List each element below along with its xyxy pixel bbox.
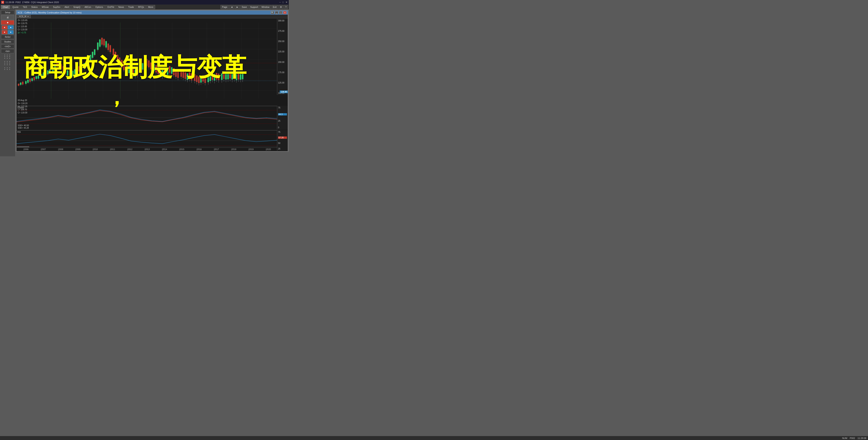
menu-trade[interactable]: Trade <box>126 5 136 9</box>
chart-search-icon[interactable]: 🔍 <box>271 11 274 14</box>
stoch-ssk: SSK= 44.28 <box>18 127 29 129</box>
svg-rect-49 <box>47 70 49 74</box>
studies-button[interactable]: Studies <box>1 40 14 44</box>
svg-rect-37 <box>34 77 35 80</box>
menu-prev[interactable]: ◄ <box>229 5 234 9</box>
price-axis: 300.00 275.00 250.00 225.00 200.00 175.0… <box>277 19 288 95</box>
menu-help[interactable]: ? <box>284 5 288 9</box>
menu-ts[interactable]: T&S <box>21 5 29 9</box>
date-axis: |2006 |2007 |2008 |2009 |2010 |2011 |201… <box>17 148 277 151</box>
svg-rect-149 <box>160 69 161 75</box>
stoch-chart <box>17 106 277 129</box>
rsi-current-value: 57.26 <box>278 136 287 139</box>
menu-exit[interactable]: Exit <box>272 5 278 9</box>
print-icon[interactable]: 🖨 <box>1 15 14 20</box>
svg-rect-35 <box>32 78 33 81</box>
menu-alert[interactable]: Alert <box>63 5 71 9</box>
menu-support[interactable]: Support <box>249 5 260 9</box>
menu-mscan[interactable]: MScan <box>40 5 51 9</box>
sidebar-blue-btn-2[interactable]: ■ <box>8 30 13 34</box>
svg-rect-79 <box>81 65 82 70</box>
main-chart[interactable] <box>17 23 277 99</box>
close-button[interactable]: ✕ <box>285 1 287 4</box>
ohlc-high: H= 119.75 <box>18 22 27 25</box>
menu-rfqs[interactable]: RFQs <box>136 5 146 9</box>
menu-more[interactable]: More <box>146 5 155 9</box>
svg-rect-125 <box>133 68 134 75</box>
candle-group-2016 <box>167 66 179 80</box>
sidebar-red-btn-2[interactable]: ■ <box>2 30 7 34</box>
svg-rect-181 <box>196 76 197 82</box>
svg-rect-171 <box>185 72 186 79</box>
svg-rect-55 <box>55 64 56 69</box>
svg-rect-29 <box>25 81 26 84</box>
chart-min-btn[interactable]: _ <box>275 11 278 14</box>
menu-snapq[interactable]: SnapQ <box>71 5 82 9</box>
bar-high: H= 127.25 <box>18 105 27 108</box>
svg-rect-127 <box>135 70 136 76</box>
bar-close: C= 119.30 <box>18 111 27 114</box>
rescale-button[interactable]: ReScl <box>1 35 14 39</box>
chart-close-btn[interactable]: ✕ <box>283 11 286 14</box>
list-button[interactable]: <list> <box>1 49 14 53</box>
price-125: 125.00 <box>278 82 287 84</box>
price-250: 250.00 <box>278 40 287 42</box>
svg-rect-113 <box>119 58 120 65</box>
svg-rect-101 <box>105 41 106 48</box>
svg-rect-123 <box>131 67 132 74</box>
menu-status[interactable]: Status <box>29 5 39 9</box>
stoch-section: SStoch SSK= 44.28 SSD= 40.50 <box>17 106 277 129</box>
menu-page[interactable]: Page <box>220 5 229 9</box>
svg-rect-77 <box>79 66 80 71</box>
svg-rect-165 <box>177 71 179 78</box>
svg-rect-201 <box>218 74 219 80</box>
svg-rect-187 <box>203 76 204 82</box>
tab-close[interactable]: ▼ <box>27 15 29 18</box>
menu-supsrv[interactable]: SupSrv <box>51 5 62 9</box>
svg-rect-177 <box>191 73 192 80</box>
setup-button[interactable]: Setup <box>1 10 14 14</box>
svg-rect-135 <box>144 61 145 67</box>
scrollbar[interactable] <box>17 146 277 148</box>
svg-rect-95 <box>99 40 100 46</box>
svg-rect-119 <box>126 64 127 72</box>
maximize-button[interactable]: □ <box>282 1 284 4</box>
scrollbar-thumb[interactable] <box>17 146 29 148</box>
svg-rect-105 <box>110 45 111 52</box>
svg-rect-75 <box>76 67 78 72</box>
menu-window[interactable]: Window <box>260 5 271 9</box>
svg-rect-51 <box>49 69 51 73</box>
menu-next[interactable]: ► <box>235 5 240 9</box>
current-price-label: 119.30 <box>280 91 288 93</box>
svg-rect-87 <box>90 55 91 61</box>
menu-quote[interactable]: Quote <box>10 5 21 9</box>
title-bar-controls: − □ ✕ <box>279 1 287 4</box>
red-icon[interactable]: ■ <box>1 20 14 25</box>
menu-allcon[interactable]: AllCon <box>83 5 93 9</box>
bar-open: O= 118.20 <box>18 102 27 105</box>
svg-rect-53 <box>52 67 54 72</box>
minimize-button[interactable]: − <box>279 1 281 4</box>
svg-rect-191 <box>208 76 209 82</box>
sidebar-icon-row-2: ■ ■ <box>2 30 13 34</box>
menu-options[interactable]: Options <box>93 5 105 9</box>
svg-rect-69 <box>70 72 71 77</box>
svg-rect-109 <box>115 52 116 58</box>
candle-group-2019 <box>208 72 219 85</box>
menu-ordtkt[interactable]: OrdTkt <box>105 5 116 9</box>
menu-save[interactable]: Save <box>240 5 248 9</box>
sidebar-blue-btn-1[interactable]: ■ <box>8 25 13 30</box>
svg-rect-91 <box>94 50 95 55</box>
sidebar-red-btn-1[interactable]: ■ <box>2 25 7 30</box>
menu-news[interactable]: News <box>117 5 126 9</box>
svg-rect-25 <box>20 83 21 85</box>
svg-rect-39 <box>36 76 37 79</box>
svg-rect-83 <box>86 61 87 66</box>
svg-rect-111 <box>117 55 118 62</box>
chart-tab-bar: KCE_M ▼ <box>17 14 288 18</box>
chart-tab-kcem[interactable]: KCE_M ▼ <box>17 15 31 18</box>
menu-settings-icon[interactable]: ⚙ <box>278 5 283 9</box>
intd-button[interactable]: <IntD> <box>1 44 14 49</box>
menu-chart[interactable]: Chart <box>1 5 10 9</box>
chart-max-btn[interactable]: □ <box>279 11 282 14</box>
